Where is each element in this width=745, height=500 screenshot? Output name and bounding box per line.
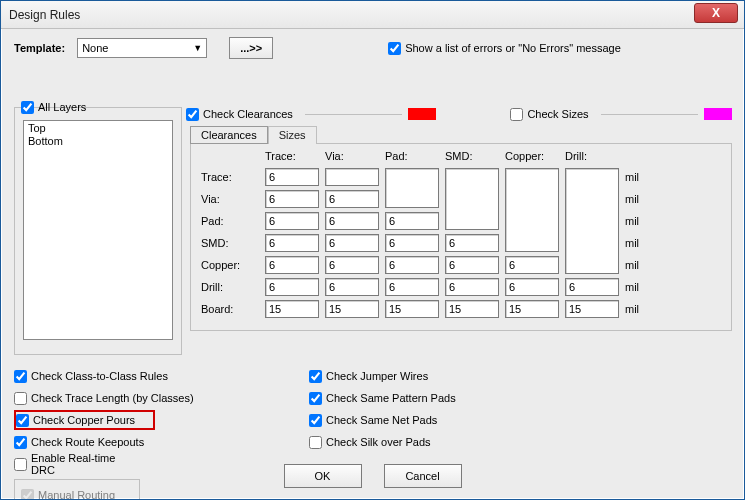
col-header: Trace: <box>263 150 323 166</box>
clr-input[interactable]: 6 <box>265 212 319 230</box>
clearances-color-swatch[interactable] <box>408 108 436 120</box>
col1-3-checkbox[interactable] <box>14 436 27 449</box>
clr-input[interactable]: 6 <box>265 234 319 252</box>
unit-label: mil <box>623 188 643 210</box>
clr-input[interactable] <box>445 168 499 230</box>
tab-sizes[interactable]: Sizes <box>268 126 317 144</box>
rt-0-label: Manual Routing <box>38 489 115 500</box>
col2-0-checkbox[interactable] <box>309 370 322 383</box>
row-label: Copper: <box>199 254 263 276</box>
col-header: Via: <box>323 150 383 166</box>
col2-0-label: Check Jumper Wires <box>326 370 428 382</box>
tab-clearances[interactable]: Clearances <box>190 126 268 144</box>
template-label: Template: <box>14 42 65 54</box>
template-more-button[interactable]: ...>> <box>229 37 273 59</box>
row-label: SMD: <box>199 232 263 254</box>
col1-3-label: Check Route Keepouts <box>31 436 144 448</box>
row-label: Trace: <box>199 166 263 188</box>
col1-2-checkbox[interactable] <box>16 414 29 427</box>
row-label: Drill: <box>199 276 263 298</box>
col1-2-label: Check Copper Pours <box>33 414 135 426</box>
col-header: SMD: <box>443 150 503 166</box>
clr-input[interactable]: 15 <box>325 300 379 318</box>
clr-input[interactable]: 6 <box>325 212 379 230</box>
close-button[interactable]: X <box>694 3 738 23</box>
clr-input[interactable]: 6 <box>265 278 319 296</box>
cancel-button[interactable]: Cancel <box>384 464 462 488</box>
rt-0-checkbox <box>21 489 34 501</box>
clr-input[interactable]: 6 <box>385 256 439 274</box>
col2-3-label: Check Silk over Pads <box>326 436 431 448</box>
chevron-down-icon: ▼ <box>193 43 202 53</box>
clr-input[interactable]: 6 <box>325 278 379 296</box>
col1-1-checkbox[interactable] <box>14 392 27 405</box>
row-label: Pad: <box>199 210 263 232</box>
unit-label: mil <box>623 232 643 254</box>
check-sizes-checkbox[interactable] <box>510 108 523 121</box>
clr-input[interactable]: 6 <box>325 256 379 274</box>
clr-input[interactable]: 15 <box>565 300 619 318</box>
clr-input[interactable] <box>505 168 559 252</box>
template-select[interactable]: None ▼ <box>77 38 207 58</box>
clr-input[interactable]: 6 <box>385 212 439 230</box>
col2-3-checkbox[interactable] <box>309 436 322 449</box>
clr-input[interactable]: 15 <box>445 300 499 318</box>
all-layers-checkbox[interactable] <box>21 101 34 114</box>
title-bar: Design Rules X <box>1 1 744 29</box>
unit-label: mil <box>623 210 643 232</box>
clr-input[interactable]: 6 <box>445 278 499 296</box>
template-value: None <box>82 42 108 54</box>
clr-input[interactable] <box>325 168 379 186</box>
unit-label: mil <box>623 298 643 320</box>
col-header: Pad: <box>383 150 443 166</box>
col1-0-checkbox[interactable] <box>14 370 27 383</box>
dialog-body: Template: None ▼ ...>> Show a list of er… <box>2 29 743 498</box>
all-layers-label: All Layers <box>38 101 86 113</box>
showlist-label: Show a list of errors or "No Errors" mes… <box>405 42 621 54</box>
clearances-table: Trace: Via: Pad: SMD: Copper: Drill: Tra… <box>199 150 643 320</box>
col2-2-checkbox[interactable] <box>309 414 322 427</box>
col1-1-label: Check Trace Length (by Classes) <box>31 392 194 404</box>
clr-input[interactable]: 15 <box>505 300 559 318</box>
col-header: Drill: <box>563 150 623 166</box>
clr-input[interactable]: 6 <box>505 256 559 274</box>
layers-listbox[interactable]: Top Bottom <box>23 120 173 340</box>
layer-item[interactable]: Top <box>28 122 168 135</box>
sizes-color-swatch[interactable] <box>704 108 732 120</box>
unit-label: mil <box>623 254 643 276</box>
col2-1-label: Check Same Pattern Pads <box>326 392 456 404</box>
row-label: Board: <box>199 298 263 320</box>
clr-input[interactable]: 6 <box>385 234 439 252</box>
clr-input[interactable]: 15 <box>385 300 439 318</box>
layer-item[interactable]: Bottom <box>28 135 168 148</box>
clr-input[interactable]: 15 <box>265 300 319 318</box>
check-sizes-label: Check Sizes <box>527 108 588 120</box>
col-header: Copper: <box>503 150 563 166</box>
ok-button[interactable]: OK <box>284 464 362 488</box>
template-more-label: ...>> <box>240 42 262 54</box>
col2-2-label: Check Same Net Pads <box>326 414 437 426</box>
clr-input[interactable]: 6 <box>325 234 379 252</box>
row-label: Via: <box>199 188 263 210</box>
col2-1-checkbox[interactable] <box>309 392 322 405</box>
clr-input[interactable]: 6 <box>505 278 559 296</box>
clr-input[interactable]: 6 <box>445 234 499 252</box>
clr-input[interactable] <box>565 168 619 274</box>
check-clearances-label: Check Clearances <box>203 108 293 120</box>
showlist-checkbox[interactable] <box>388 42 401 55</box>
check-clearances-checkbox[interactable] <box>186 108 199 121</box>
clr-input[interactable]: 6 <box>265 190 319 208</box>
clr-input[interactable]: 6 <box>565 278 619 296</box>
unit-label: mil <box>623 276 643 298</box>
clr-input[interactable] <box>385 168 439 208</box>
clr-input[interactable]: 6 <box>265 168 319 186</box>
window-title: Design Rules <box>9 8 80 22</box>
clr-input[interactable]: 6 <box>265 256 319 274</box>
close-icon: X <box>712 6 720 20</box>
unit-label: mil <box>623 166 643 188</box>
clr-input[interactable]: 6 <box>445 256 499 274</box>
col1-0-label: Check Class-to-Class Rules <box>31 370 168 382</box>
clr-input[interactable]: 6 <box>385 278 439 296</box>
clr-input[interactable]: 6 <box>325 190 379 208</box>
